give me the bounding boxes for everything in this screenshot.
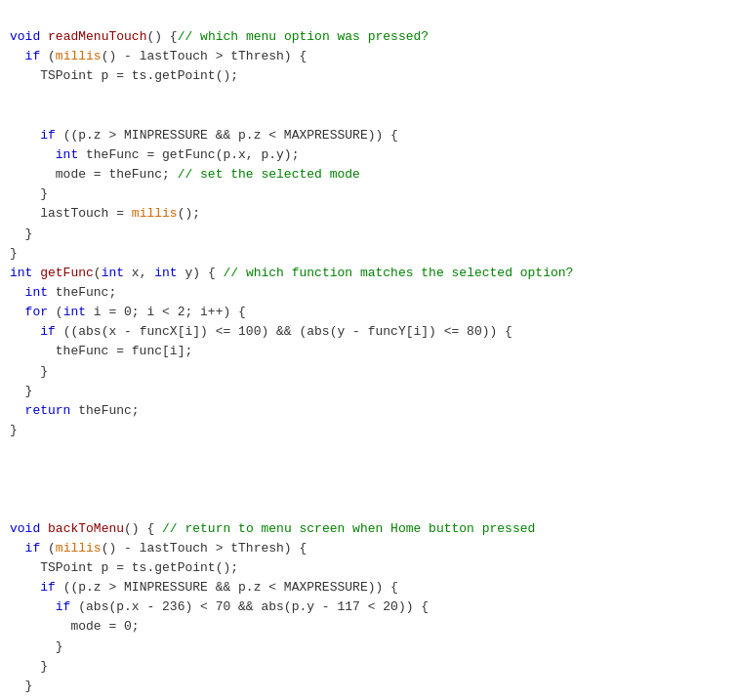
line-13: int theFunc;: [10, 285, 116, 300]
line-11: }: [10, 246, 18, 261]
line-28: mode = 0;: [10, 619, 140, 634]
line-2: if (millis() - lastTouch > tThresh) {: [10, 49, 307, 63]
line-24: if (millis() - lastTouch > tThresh) {: [10, 541, 307, 556]
line-7: mode = theFunc; // set the selected mode: [10, 167, 360, 182]
line-8: }: [10, 186, 48, 201]
line-29: }: [10, 639, 63, 654]
line-27: if (abs(p.x - 236) < 70 && abs(p.y - 117…: [10, 599, 429, 614]
line-17: }: [10, 364, 48, 379]
line-10: }: [10, 226, 32, 241]
line-1: void readMenuTouch() {// which menu opti…: [10, 29, 429, 44]
code-editor: void readMenuTouch() {// which menu opti…: [10, 8, 727, 700]
line-12: int getFunc(int x, int y) { // which fun…: [10, 266, 573, 280]
line-5: if ((p.z > MINPRESSURE && p.z < MAXPRESS…: [10, 128, 398, 143]
line-15: if ((abs(x - funcX[i]) <= 100) && (abs(y…: [10, 324, 512, 339]
line-26: if ((p.z > MINPRESSURE && p.z < MAXPRESS…: [10, 580, 398, 595]
line-30: }: [10, 659, 48, 674]
line-23: void backToMenu() { // return to menu sc…: [10, 521, 535, 536]
line-19: return theFunc;: [10, 403, 140, 418]
line-20: }: [10, 423, 18, 437]
line-3: TSPoint p = ts.getPoint();: [10, 68, 238, 83]
line-25: TSPoint p = ts.getPoint();: [10, 560, 238, 575]
line-16: theFunc = func[i];: [10, 344, 192, 358]
line-6: int theFunc = getFunc(p.x, p.y);: [10, 147, 299, 162]
line-18: }: [10, 384, 32, 398]
line-9: lastTouch = millis();: [10, 206, 200, 221]
line-14: for (int i = 0; i < 2; i++) {: [10, 305, 246, 319]
line-31: }: [10, 679, 32, 693]
